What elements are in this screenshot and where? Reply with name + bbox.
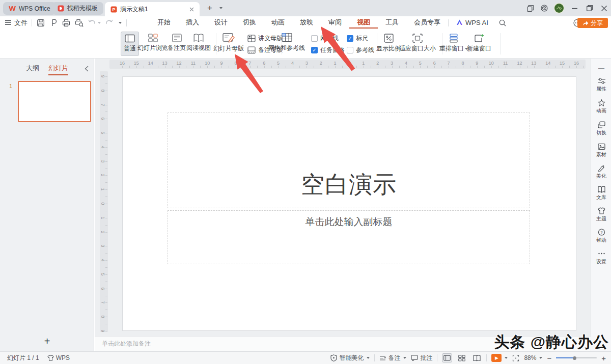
theme-shirt-icon (598, 207, 605, 214)
ruler-number: 1 (100, 188, 105, 191)
panel-tabs: 大纲 幻灯片 (0, 64, 94, 75)
restore-button[interactable] (582, 0, 597, 16)
app-center-icon[interactable] (538, 0, 551, 16)
play-slideshow-button[interactable]: ▶ (491, 354, 508, 362)
sidebar-item-settings[interactable]: 设置 (591, 250, 611, 265)
status-sorter-view-button[interactable] (457, 353, 467, 362)
theme-indicator[interactable]: WPS (47, 354, 70, 361)
reading-view-button[interactable]: 阅读视图 (184, 34, 213, 52)
fit-window-button[interactable]: 适应窗口大小 (399, 34, 436, 53)
file-menu-button[interactable]: 文件 (5, 16, 27, 29)
close-button[interactable] (597, 0, 611, 16)
app-tab-wps-office[interactable]: WPS Office (3, 2, 56, 15)
tab-list-dropdown[interactable] (216, 0, 225, 16)
zoom-out-button[interactable]: − (547, 354, 551, 362)
status-reading-view-button[interactable] (471, 353, 482, 362)
ruler-number: 14 (545, 61, 550, 66)
subtitle-placeholder[interactable]: 单击此处输入副标题 (168, 210, 530, 264)
zoom-in-button[interactable]: + (601, 354, 606, 362)
sidebar-item-theme[interactable]: 主题 (591, 207, 611, 222)
rearrange-windows-button[interactable]: 重排窗口 (439, 34, 468, 53)
sidebar-item-library[interactable]: 文库 (591, 186, 611, 201)
menu-item-membership[interactable]: 会员专享 (406, 17, 448, 29)
sidebar-item-label: 设置 (596, 258, 606, 265)
menu-item-view[interactable]: 视图 (349, 17, 378, 29)
title-placeholder[interactable]: 空白演示 (168, 113, 530, 208)
beautify-shield-icon (330, 354, 337, 361)
chevron-down-icon (505, 357, 508, 359)
quick-access-toolbar (32, 16, 127, 29)
minimize-button[interactable] (567, 0, 581, 16)
qat-dropdown-icon[interactable] (119, 22, 122, 24)
gridlines-checkbox[interactable]: 网格线 (311, 34, 339, 43)
search-icon[interactable] (499, 19, 506, 26)
hamburger-icon (5, 20, 11, 25)
save-icon[interactable] (37, 19, 45, 27)
ruler-number: 10 (205, 61, 210, 66)
guides-checkbox[interactable]: 参考线 (347, 46, 374, 54)
document-tab[interactable]: P 演示文稿1 (105, 2, 200, 16)
sidebar-item-properties[interactable]: 属性 (591, 77, 611, 93)
comments-button[interactable]: 批注 (411, 354, 432, 362)
ruler-number: 8 (100, 316, 105, 318)
zoom-slider[interactable] (556, 354, 597, 361)
tab-slides[interactable]: 幻灯片 (48, 64, 68, 75)
notes-toggle-button[interactable]: 备注 (379, 354, 406, 362)
zoom-ratio-button[interactable]: 显示比例 (376, 34, 401, 53)
tab-outline[interactable]: 大纲 (26, 64, 39, 75)
redo-icon[interactable] (105, 19, 113, 26)
sidebar-item-label: 主题 (596, 215, 606, 222)
sidebar-item-help[interactable]: ? 帮助 (591, 229, 611, 244)
ruler-checkbox[interactable]: ✓ 标尺 (347, 34, 368, 43)
svg-text:?: ? (600, 230, 603, 235)
undo-icon[interactable] (88, 19, 96, 26)
settings-dots-icon (598, 250, 605, 257)
status-normal-view-button[interactable] (442, 353, 452, 362)
sidebar-collapse-icon[interactable]: — (591, 65, 611, 72)
chevron-down-icon (219, 7, 223, 9)
user-avatar[interactable] (552, 0, 566, 16)
sidebar-item-animation[interactable]: 动画 (591, 99, 611, 115)
menu-item-review[interactable]: 审阅 (321, 17, 349, 29)
slide-master-button[interactable]: 幻灯片母版 (212, 33, 245, 53)
smart-beautify-label: 智能美化 (339, 354, 364, 362)
task-pane-checkbox[interactable]: ✓ 任务窗格 (311, 46, 345, 54)
print-icon[interactable] (62, 19, 70, 27)
share-icon (582, 20, 589, 26)
zoom-slider-handle[interactable] (573, 356, 576, 360)
menu-item-insert[interactable]: 插入 (178, 17, 207, 29)
grid-and-guides-button[interactable]: 网格和参考线 (264, 33, 310, 52)
menu-item-wps-ai[interactable]: WPS AI (449, 18, 496, 28)
menu-item-home[interactable]: 开始 (150, 17, 178, 29)
zoom-level-control[interactable]: 88% (524, 354, 542, 361)
share-button[interactable]: 分享 (577, 18, 608, 28)
new-tab-button[interactable]: + (204, 0, 216, 16)
comment-icon (411, 355, 418, 361)
tab-close-icon[interactable] (189, 7, 194, 12)
add-slide-button[interactable]: + (0, 335, 94, 347)
divider (500, 33, 501, 54)
sidebar-item-beautify[interactable]: 美化 (591, 164, 611, 180)
menu-item-tools[interactable]: 工具 (378, 17, 406, 29)
sidebar-item-transition[interactable]: 切换 (591, 121, 611, 136)
menu-item-transition[interactable]: 切换 (235, 17, 264, 29)
notes-bar[interactable]: 单击此处添加备注 (95, 336, 591, 351)
undo-dropdown-icon[interactable] (98, 22, 101, 24)
menu-item-slideshow[interactable]: 放映 (292, 17, 321, 29)
app-tab-docer-templates[interactable]: 找稻壳模板 (52, 2, 103, 15)
sidebar-item-assets[interactable]: 素材 (591, 143, 611, 158)
slide-canvas[interactable]: 空白演示 单击此处输入副标题 (122, 76, 576, 331)
export-pdf-icon[interactable] (49, 19, 58, 27)
theme-name: WPS (56, 354, 70, 361)
print-preview-icon[interactable] (75, 19, 84, 27)
menu-item-animation[interactable]: 动画 (264, 17, 292, 29)
ruler-number: 7 (448, 61, 450, 66)
workspace-icon[interactable] (523, 0, 537, 16)
slide-thumbnail[interactable] (18, 81, 91, 122)
collapse-panel-icon[interactable] (85, 66, 89, 72)
new-window-button[interactable]: 新建窗口 (466, 34, 492, 53)
smart-beautify-button[interactable]: 智能美化 (330, 354, 370, 362)
checkbox-icon (311, 35, 318, 42)
fit-screen-button[interactable] (512, 355, 519, 361)
menu-item-design[interactable]: 设计 (207, 17, 235, 29)
